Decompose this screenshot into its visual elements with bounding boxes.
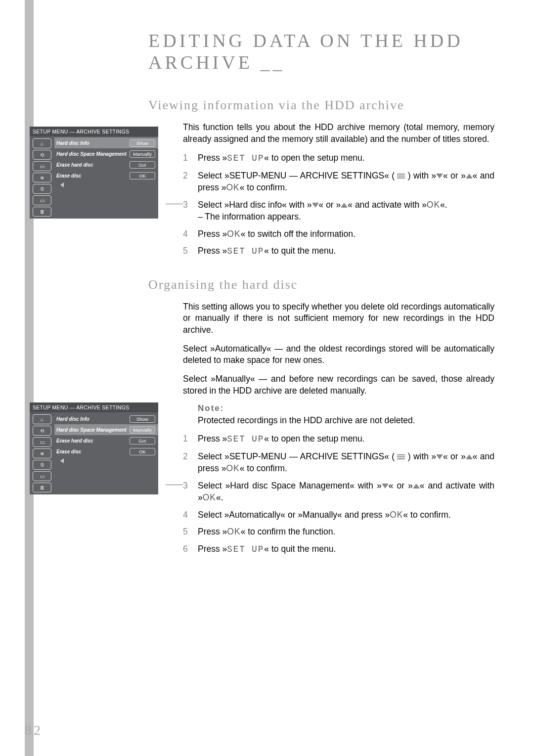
step-number: 3 xyxy=(183,480,198,504)
osd-row-button[interactable]: Show xyxy=(130,415,155,423)
osd-icon: ⌂ xyxy=(33,414,51,424)
s1-step1: 1 Press »SET UP« to open the setup menu. xyxy=(183,152,494,165)
osd-icon-column: ⌂ ⟲ ▭ ≋ ① ▭ ≣ xyxy=(30,136,54,219)
osd-footer xyxy=(54,457,158,466)
left-arrow-icon xyxy=(60,182,64,187)
osd-icon: ≋ xyxy=(33,173,51,182)
osd-row-label: Erase disc xyxy=(56,173,130,178)
ok-button-label: OK xyxy=(226,182,239,192)
osd-icon: ▭ xyxy=(33,195,51,205)
step-number: 4 xyxy=(183,228,198,240)
margin-bar xyxy=(25,0,34,756)
setup-button-label: SET UP xyxy=(227,544,264,554)
osd-row-button[interactable]: Go! xyxy=(130,161,155,169)
s1-step2: 2 Select »SETUP-MENU — ARCHIVE SETTINGS«… xyxy=(183,170,494,194)
osd-row-button[interactable]: OK xyxy=(130,448,155,455)
osd-row-label: Hard disc Space Management xyxy=(56,151,130,157)
leader-line xyxy=(166,204,183,204)
text: ) with » xyxy=(408,451,436,461)
text: Press » xyxy=(198,434,227,444)
osd-row-button[interactable]: OK xyxy=(130,172,155,179)
text: « or » xyxy=(389,481,413,490)
osd-icon: ▭ xyxy=(33,437,51,447)
osd-row-erase-hard-disc[interactable]: Erase hard disc Go! xyxy=(54,159,158,170)
osd-icon: ≋ xyxy=(33,448,51,458)
step-number: 6 xyxy=(183,543,198,556)
step-number: 2 xyxy=(183,170,198,194)
osd-row-label: Erase disc xyxy=(56,449,130,454)
osd-row-hard-disc-info[interactable]: Hard disc Info Show xyxy=(54,413,158,424)
osd-icon: ⟲ xyxy=(33,150,51,160)
osd-icon: ① xyxy=(33,460,51,470)
osd-icon-column: ⌂ ⟲ ▭ ≋ ① ▭ ≣ xyxy=(30,412,54,494)
menu-icon xyxy=(397,173,405,179)
osd-row-label: Erase hard disc xyxy=(56,162,130,168)
step-number: 5 xyxy=(183,526,198,538)
step-number: 1 xyxy=(183,433,198,445)
s1-step4: 4 Press »OK« to switch off the informati… xyxy=(183,228,494,240)
text: « or » xyxy=(443,171,466,180)
text: « and activate with » xyxy=(348,200,427,210)
page-number: 82 xyxy=(25,722,43,738)
ok-button-label: OK xyxy=(227,527,240,536)
s1-step5: 5 Press »SET UP« to quit the menu. xyxy=(183,245,494,258)
note-heading: Note: xyxy=(198,403,499,413)
ok-button-label: OK xyxy=(227,229,240,239)
menu-icon xyxy=(397,453,405,460)
setup-button-label: SET UP xyxy=(227,246,264,256)
text: « to open the setup menu. xyxy=(264,153,364,163)
s2-step6: 6 Press »SET UP« to quit the menu. xyxy=(183,543,494,556)
s1-step3: 3 Select »Hard disc info« with »« or »« … xyxy=(183,199,494,223)
osd-row-space-management[interactable]: Hard disc Space Management Manually xyxy=(54,424,158,435)
up-arrow-icon xyxy=(413,484,420,489)
text: « to switch off the information. xyxy=(241,229,356,239)
ok-button-label: OK xyxy=(203,492,216,502)
osd-screenshot-1: SETUP MENU — ARCHIVE SETTINGS ⌂ ⟲ ▭ ≋ ① … xyxy=(30,127,158,219)
text: Select »Automatically« or »Manually« and… xyxy=(198,510,390,520)
leader-line xyxy=(166,485,183,485)
text: Select »Hard disc Space Management« with… xyxy=(198,481,382,490)
text: Press » xyxy=(198,229,227,239)
osd-row-space-management[interactable]: Hard disc Space Management Manually xyxy=(54,148,158,159)
text: « to confirm. xyxy=(240,182,287,192)
section-heading-organising: Organising the hard disc xyxy=(148,277,499,292)
osd-icon: ① xyxy=(33,184,51,194)
osd-icon: ⟲ xyxy=(33,426,51,436)
step-number: 1 xyxy=(183,152,198,165)
osd-row-erase-disc[interactable]: Erase disc OK xyxy=(54,446,158,457)
osd-row-hard-disc-info[interactable]: Hard disc Info Show xyxy=(54,137,158,148)
ok-button-label: OK xyxy=(226,463,239,473)
osd-row-erase-disc[interactable]: Erase disc OK xyxy=(54,170,158,181)
step-number: 3 xyxy=(183,199,198,223)
osd-row-button[interactable]: Show xyxy=(130,139,155,147)
text: « or » xyxy=(319,200,341,210)
step-number: 4 xyxy=(183,509,198,521)
ok-button-label: OK xyxy=(390,510,403,520)
osd-icon: ⌂ xyxy=(33,138,51,148)
section-heading-viewing: Viewing information via the HDD archive xyxy=(148,98,499,113)
up-arrow-icon xyxy=(341,203,348,208)
section2-p3: Select »Manually« — and before new recor… xyxy=(183,373,494,397)
text: Press » xyxy=(198,153,227,163)
osd-row-button[interactable]: Go! xyxy=(130,437,155,445)
page-title: EDITING DATA ON THE HDD ARCHIVE __ xyxy=(148,30,499,73)
text: «. xyxy=(440,200,447,210)
substep-text: – The information appears. xyxy=(198,212,301,222)
osd-header: SETUP MENU — ARCHIVE SETTINGS xyxy=(30,402,158,412)
text: Select »Hard disc info« with » xyxy=(198,200,312,210)
text: « to open the setup menu. xyxy=(264,434,364,444)
osd-row-button[interactable]: Manually xyxy=(130,426,155,434)
osd-row-button[interactable]: Manually xyxy=(130,150,155,158)
step-number: 2 xyxy=(183,450,198,475)
s2-step5: 5 Press »OK« to confirm the function. xyxy=(183,526,494,538)
text: Press » xyxy=(198,246,227,256)
text: Press » xyxy=(198,527,227,536)
up-arrow-icon xyxy=(466,454,473,459)
osd-row-erase-hard-disc[interactable]: Erase hard disc Go! xyxy=(54,435,158,446)
text: ) with » xyxy=(408,171,436,180)
down-arrow-icon xyxy=(436,454,443,459)
setup-button-label: SET UP xyxy=(227,434,264,444)
osd-row-label: Hard disc Info xyxy=(56,140,130,146)
text: « to quit the menu. xyxy=(264,544,336,554)
s2-step2: 2 Select »SETUP-MENU — ARCHIVE SETTINGS«… xyxy=(183,450,494,475)
